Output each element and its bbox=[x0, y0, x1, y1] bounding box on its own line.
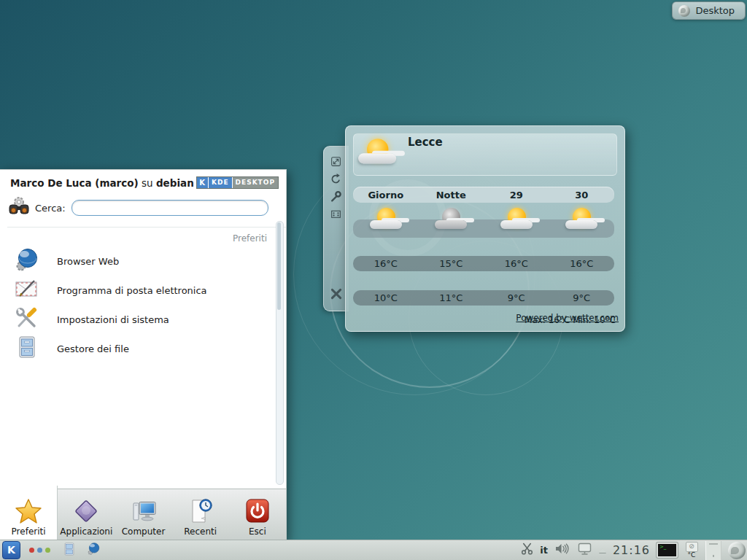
close-icon[interactable] bbox=[330, 287, 342, 300]
kickoff-launcher: Marco De Luca (marco) su debian K KDE DE… bbox=[0, 169, 287, 541]
resize-icon[interactable] bbox=[330, 155, 342, 168]
host-name: debian bbox=[156, 177, 194, 189]
high-temp: 15°C bbox=[439, 258, 462, 269]
file-cabinet-icon bbox=[15, 335, 39, 362]
tab-computer[interactable]: Computer bbox=[115, 486, 171, 540]
high-temp: 16°C bbox=[374, 258, 398, 269]
menu-item-label: Impostazioni di sistema bbox=[57, 314, 169, 325]
diamond-icon bbox=[72, 498, 100, 524]
weather-credit-link[interactable]: Powered by wetter.com bbox=[516, 313, 619, 323]
search-label: Cerca: bbox=[35, 203, 66, 214]
menu-item-label: Programma di posta elettronica bbox=[57, 285, 207, 296]
tab-preferiti[interactable]: Preferiti bbox=[0, 486, 58, 540]
weather-tray-label: °C bbox=[688, 552, 696, 559]
kickoff-tabbar: Preferiti Applicazioni bbox=[0, 486, 286, 540]
weather-col-label: 30 bbox=[575, 190, 588, 201]
weather-city: Lecce bbox=[408, 136, 443, 149]
volume-icon[interactable] bbox=[554, 542, 570, 558]
quick-launch-dots[interactable] bbox=[29, 548, 50, 553]
high-temp: 16°C bbox=[505, 258, 528, 269]
weather-col-label: Notte bbox=[436, 190, 466, 201]
weather-col-label: Giorno bbox=[368, 190, 403, 201]
high-temp: 16°C bbox=[570, 258, 593, 269]
scrollbar[interactable] bbox=[276, 221, 284, 485]
system-tray: it 21:16 >_ ⊘ °C bbox=[521, 541, 747, 560]
panel-cashew-icon[interactable] bbox=[728, 542, 746, 559]
low-temp: 10°C bbox=[374, 292, 398, 303]
network-monitor-icon[interactable] bbox=[577, 542, 592, 559]
weather-widget: Lecce Max: 16°C Min: 10°C Giorno Notte 2… bbox=[345, 125, 625, 332]
menu-item-settings[interactable]: Impostazioni di sistema bbox=[0, 305, 286, 334]
tab-applicazioni[interactable]: Applicazioni bbox=[58, 486, 115, 540]
file-manager-launcher[interactable] bbox=[62, 542, 77, 559]
computer-icon bbox=[130, 498, 158, 524]
kde-menu-button[interactable]: K bbox=[2, 541, 20, 559]
star-icon bbox=[15, 498, 42, 524]
sun-cloud-icon bbox=[500, 207, 533, 233]
clipboard-scissors-icon[interactable] bbox=[521, 542, 533, 558]
keyboard-layout-indicator[interactable]: it bbox=[540, 545, 548, 556]
mail-pen-icon bbox=[15, 277, 39, 303]
maximize-icon[interactable] bbox=[330, 208, 342, 220]
user-name: Marco De Luca (marco) bbox=[10, 177, 139, 189]
power-icon bbox=[244, 498, 271, 524]
document-clock-icon bbox=[187, 498, 214, 524]
menu-item-browser[interactable]: Browser Web bbox=[0, 246, 286, 276]
digital-clock[interactable]: 21:16 bbox=[613, 543, 650, 557]
browser-launcher[interactable] bbox=[87, 542, 101, 559]
configure-icon[interactable] bbox=[330, 190, 342, 203]
weather-col-label: 29 bbox=[510, 190, 523, 201]
user-host-su: su bbox=[139, 177, 156, 189]
search-binoculars-icon bbox=[7, 196, 31, 219]
badge-kde-label: KDE bbox=[209, 177, 233, 188]
terminal-tray-icon[interactable]: >_ bbox=[657, 542, 678, 558]
sun-cloud-icon bbox=[565, 207, 598, 233]
scrollbar-thumb[interactable] bbox=[277, 222, 281, 310]
tab-label: Recenti bbox=[184, 526, 217, 537]
favorites-list: Browser Web Programma di posta elettroni… bbox=[0, 245, 286, 363]
weather-tray-icon[interactable]: ⊘ °C bbox=[684, 542, 699, 559]
kde-logo-icon: K bbox=[197, 177, 209, 188]
menu-item-label: Browser Web bbox=[57, 256, 119, 267]
tray-expander-icon[interactable] bbox=[599, 548, 606, 553]
tab-label: Preferiti bbox=[12, 526, 46, 537]
globe-gear-icon bbox=[15, 248, 39, 274]
tab-label: Applicazioni bbox=[60, 526, 112, 537]
low-temp: 9°C bbox=[508, 292, 525, 303]
weather-tray-symbol: ⊘ bbox=[686, 542, 698, 552]
tab-recenti[interactable]: Recenti bbox=[172, 486, 229, 540]
low-temp: 9°C bbox=[573, 292, 590, 303]
blue-dot-icon bbox=[37, 548, 42, 553]
desktop-toolbox[interactable]: Desktop bbox=[672, 1, 746, 20]
menu-item-files[interactable]: Gestore dei file bbox=[0, 334, 286, 363]
desktop-toolbox-label: Desktop bbox=[695, 5, 735, 16]
rotate-icon[interactable] bbox=[330, 173, 342, 185]
search-input[interactable] bbox=[71, 200, 268, 216]
badge-desktop-label: DESKTOP bbox=[233, 177, 278, 188]
low-temp: 11°C bbox=[439, 292, 462, 303]
tab-label: Computer bbox=[122, 526, 166, 537]
crossed-tools-icon bbox=[15, 306, 39, 332]
panel-spacer[interactable] bbox=[705, 541, 721, 560]
tab-label: Esci bbox=[249, 526, 266, 537]
sun-cloud-icon bbox=[357, 138, 397, 168]
green-dot-icon bbox=[45, 548, 50, 553]
menu-item-mail[interactable]: Programma di posta elettronica bbox=[0, 276, 286, 305]
cashew-icon bbox=[678, 5, 690, 17]
tab-esci[interactable]: Esci bbox=[229, 486, 286, 540]
moon-cloud-icon bbox=[434, 207, 468, 233]
menu-item-label: Gestore dei file bbox=[57, 343, 129, 354]
taskbar-panel: K it bbox=[0, 540, 747, 560]
section-label: Preferiti bbox=[0, 228, 286, 245]
red-dot-icon bbox=[29, 548, 34, 553]
kde-desktop-badge: K KDE DESKTOP bbox=[196, 176, 279, 189]
sun-cloud-icon bbox=[369, 207, 403, 233]
